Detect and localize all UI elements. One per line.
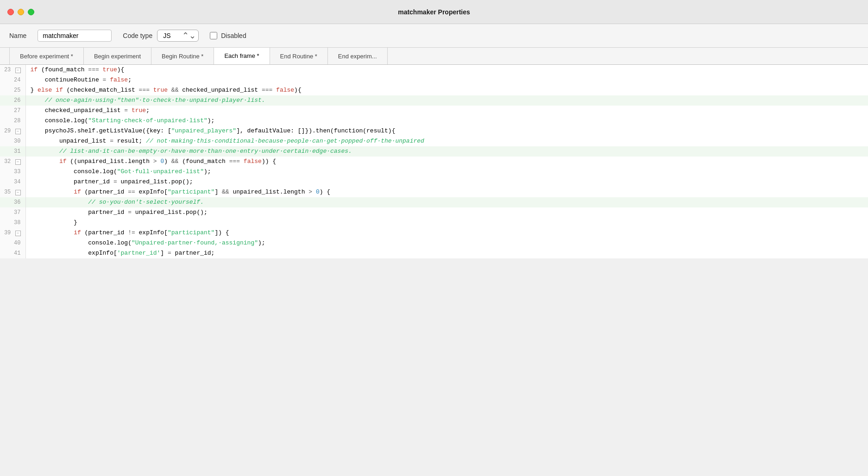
tab-before-experiment[interactable]: Before experiment *	[9, 48, 84, 64]
code-line[interactable]: partner_id = unpaired_list.pop();	[25, 177, 868, 187]
table-row: 24 continueRoutine = false;	[0, 75, 868, 85]
table-row: 36 // so·you·don't·select·yourself.	[0, 197, 868, 207]
table-row: 31 // list·and·it·can·be·empty·or·have·m…	[0, 146, 868, 157]
table-row: 33 console.log("Got·full·unpaired·list")…	[0, 167, 868, 177]
code-line[interactable]: partner_id = unpaired_list.pop();	[25, 207, 868, 218]
code-line[interactable]: if ((unpaired_list.length > 0) && (found…	[25, 157, 868, 167]
line-number: 35 −	[0, 187, 25, 197]
line-number: 24	[0, 75, 25, 85]
code-line[interactable]: console.log("Got·full·unpaired·list");	[25, 167, 868, 177]
code-line[interactable]: }	[25, 218, 868, 228]
table-row: 34 partner_id = unpaired_list.pop();	[0, 177, 868, 187]
code-line[interactable]: checked_unpaired_list = true;	[25, 106, 868, 116]
table-row: 26 // once·again·using·"then"·to·check·t…	[0, 95, 868, 106]
name-input[interactable]	[38, 30, 112, 42]
line-number: 31	[0, 146, 25, 157]
code-line[interactable]: } else if (checked_match_list === true &…	[25, 85, 868, 95]
line-number: 36	[0, 197, 25, 207]
line-number: 28	[0, 116, 25, 126]
maximize-button[interactable]	[28, 9, 34, 15]
table-row: 30 unpaired_list = result; // not·making…	[0, 136, 868, 146]
disabled-label: Disabled	[221, 32, 246, 39]
table-row: 25 } else if (checked_match_list === tru…	[0, 85, 868, 95]
code-editor[interactable]: 23 − if (found_match === true){ 24 conti…	[0, 65, 868, 258]
code-line[interactable]: expInfo['partner_id'] = partner_id;	[25, 248, 868, 258]
traffic-lights	[7, 9, 34, 15]
titlebar: matchmaker Properties	[0, 0, 868, 24]
table-row: 27 checked_unpaired_list = true;	[0, 106, 868, 116]
table-row: 28 console.log("Starting·check·of·unpair…	[0, 116, 868, 126]
line-number: 30	[0, 136, 25, 146]
table-row: 38 }	[0, 218, 868, 228]
tab-begin-routine[interactable]: Begin Routine *	[151, 48, 214, 64]
code-line[interactable]: console.log("Unpaired·partner·found,·ass…	[25, 238, 868, 248]
line-number: 39 −	[0, 228, 25, 238]
line-number: 32 −	[0, 157, 25, 167]
code-line[interactable]: console.log("Starting·check·of·unpaired·…	[25, 116, 868, 126]
window-title: matchmaker Properties	[398, 8, 470, 16]
tab-end-experiment[interactable]: End experim...	[328, 48, 388, 64]
toolbar: Name Code type Py JS Both ⌃⌄ Disabled	[0, 24, 868, 48]
line-number: 34	[0, 177, 25, 187]
table-row: 29 − psychoJS.shelf.getListValue({key: […	[0, 126, 868, 136]
fold-icon[interactable]: −	[15, 190, 21, 195]
line-number: 27	[0, 106, 25, 116]
tab-begin-experiment[interactable]: Begin experiment	[84, 48, 151, 64]
minimize-button[interactable]	[18, 9, 24, 15]
line-number: 40	[0, 238, 25, 248]
table-row: 39 − if (partner_id != expInfo["particip…	[0, 228, 868, 238]
tab-end-routine[interactable]: End Routine *	[270, 48, 328, 64]
code-type-select[interactable]: Py JS Both	[157, 30, 199, 42]
line-number: 25	[0, 85, 25, 95]
code-line[interactable]: continueRoutine = false;	[25, 75, 868, 85]
table-row: 40 console.log("Unpaired·partner·found,·…	[0, 238, 868, 248]
table-row: 41 expInfo['partner_id'] = partner_id;	[0, 248, 868, 258]
code-type-group: Code type Py JS Both ⌃⌄	[123, 30, 199, 42]
close-button[interactable]	[7, 9, 14, 15]
tabs-bar: Before experiment * Begin experiment Beg…	[0, 48, 868, 65]
code-line[interactable]: // once·again·using·"then"·to·check·the·…	[25, 95, 868, 106]
line-number: 38	[0, 218, 25, 228]
table-row: 35 − if (partner_id == expInfo["particip…	[0, 187, 868, 197]
code-table: 23 − if (found_match === true){ 24 conti…	[0, 65, 868, 258]
disabled-checkbox[interactable]	[210, 32, 217, 39]
fold-icon[interactable]: −	[15, 159, 21, 165]
code-line[interactable]: if (partner_id == expInfo["participant"]…	[25, 187, 868, 197]
fold-icon[interactable]: −	[15, 231, 21, 236]
name-label: Name	[9, 32, 26, 39]
line-number: 33	[0, 167, 25, 177]
line-number: 26	[0, 95, 25, 106]
code-line[interactable]: if (found_match === true){	[25, 65, 868, 75]
code-line[interactable]: if (partner_id != expInfo["participant"]…	[25, 228, 868, 238]
code-type-select-wrapper: Py JS Both ⌃⌄	[157, 30, 199, 42]
fold-icon[interactable]: −	[15, 129, 21, 134]
code-type-label: Code type	[123, 32, 152, 39]
code-line[interactable]: // list·and·it·can·be·empty·or·have·more…	[25, 146, 868, 157]
code-line[interactable]: // so·you·don't·select·yourself.	[25, 197, 868, 207]
table-row: 32 − if ((unpaired_list.length > 0) && (…	[0, 157, 868, 167]
line-number: 29 −	[0, 126, 25, 136]
line-number: 37	[0, 207, 25, 218]
line-number: 23 −	[0, 65, 25, 75]
table-row: 23 − if (found_match === true){	[0, 65, 868, 75]
fold-icon[interactable]: −	[15, 68, 21, 73]
disabled-group: Disabled	[210, 32, 246, 39]
code-line[interactable]: psychoJS.shelf.getListValue({key: ["unpa…	[25, 126, 868, 136]
tab-each-frame[interactable]: Each frame *	[214, 48, 270, 65]
table-row: 37 partner_id = unpaired_list.pop();	[0, 207, 868, 218]
code-line[interactable]: unpaired_list = result; // not·making·th…	[25, 136, 868, 146]
line-number: 41	[0, 248, 25, 258]
